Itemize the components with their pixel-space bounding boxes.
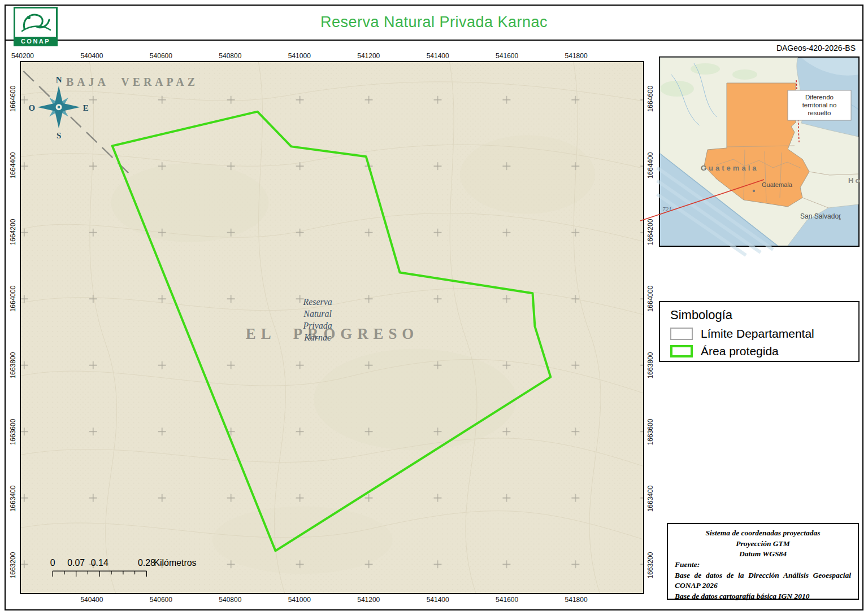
grid-label-top: 540400 [80, 52, 103, 60]
credits-source-line-2: Base de datos cartografía básica IGN 201… [675, 591, 851, 602]
inset-map-canvas: Guatemala Guatemala San Salvador Ho 721 … [660, 58, 858, 246]
legend-swatch-departmental [670, 328, 693, 340]
grid-label-bottom: 541400 [427, 596, 449, 604]
scale-unit-label: Kilómetros [154, 558, 196, 568]
grid-label-left: 1664600 [9, 86, 17, 112]
grid-label-left: 1663600 [9, 419, 17, 446]
grid-label-right: 1663400 [646, 486, 654, 512]
legend-box: Simbología Límite Departamental Área pro… [659, 301, 860, 362]
grid-label-right: 1663200 [646, 552, 654, 579]
svg-text:Natural: Natural [303, 309, 332, 319]
grid-label-bottom: 540600 [150, 596, 172, 604]
inset-grid-ref-label: 721 [662, 206, 672, 212]
grid-label-bottom: 541600 [496, 596, 518, 604]
inset-locator-map: Guatemala Guatemala San Salvador Ho 721 … [659, 56, 860, 247]
credits-projection: Proyección GTM [675, 539, 851, 549]
credits-source-line-1: Base de datos de la Dirección Análisis G… [675, 570, 851, 591]
svg-text:territorial no: territorial no [802, 102, 837, 108]
grid-label-bottom: 541200 [357, 596, 380, 604]
grid-label-top: 541800 [565, 52, 588, 60]
inset-capital-label: Guatemala [762, 181, 793, 188]
grid-label-top: 541600 [496, 52, 518, 60]
legend-swatch-protected [670, 345, 693, 357]
grid-label-top: 540600 [150, 52, 172, 60]
grid-label-left: 1664000 [9, 286, 17, 312]
svg-text:Karnac: Karnac [303, 333, 331, 342]
compass-east-label: E [83, 103, 89, 112]
grid-label-left: 1663800 [9, 352, 17, 379]
grid-label-top: 540200 [11, 52, 34, 60]
guatemala-city-dot [753, 190, 755, 192]
scale-tick-3: 0.28 [138, 558, 155, 568]
department-label-el-progreso: EL PROGRESO [246, 325, 419, 342]
grid-label-right: 1663800 [646, 352, 654, 379]
grid-label-top: 541000 [288, 52, 311, 60]
compass-west-label: O [28, 103, 35, 112]
scale-tick-1: 0.07 [67, 558, 85, 568]
grid-label-top: 541200 [357, 52, 380, 60]
compass-north-label: N [56, 75, 62, 84]
grid-label-right: 1664400 [646, 152, 654, 179]
grid-label-bottom: 540800 [219, 596, 241, 604]
grid-label-left: 1664200 [9, 219, 17, 246]
scale-tick-0: 0 [50, 558, 55, 568]
conap-logo: CONAP [14, 7, 58, 46]
svg-text:Diferendo: Diferendo [805, 94, 834, 101]
grid-label-right: 1664600 [646, 86, 654, 112]
department-label-baja-verapaz: BAJA VERAPAZ [66, 76, 198, 88]
header-divider [5, 40, 863, 41]
map-sheet: CONAP Reserva Natural Privada Karnac DAG… [0, 0, 868, 615]
page-title: Reserva Natural Privada Karnac [0, 14, 868, 31]
svg-text:resuelto: resuelto [808, 110, 831, 116]
document-code: DAGeos-420-2026-BS [776, 43, 856, 53]
grid-label-top: 541400 [427, 52, 449, 60]
disputed-territory-callout: Diferendo territorial no resuelto [788, 90, 851, 120]
credits-datum: Datum WGS84 [675, 549, 851, 560]
legend-item-departmental: Límite Departamental [670, 327, 848, 341]
inset-country-label: Guatemala [701, 164, 758, 172]
grid-label-top: 540800 [219, 52, 241, 60]
grid-label-left: 1663200 [9, 552, 17, 579]
inset-honduras-label: Ho [848, 176, 861, 185]
grid-label-bottom: 541000 [288, 596, 311, 604]
credits-source-label: Fuente: [675, 560, 851, 570]
grid-label-right: 1664200 [646, 219, 654, 246]
legend-title: Simbología [670, 308, 848, 322]
grid-label-left: 1663400 [9, 486, 17, 512]
legend-item-protected: Área protegida [670, 344, 848, 358]
grid-label-left: 1664400 [9, 152, 17, 179]
grid-label-right: 1664000 [646, 286, 654, 312]
compass-south-label: S [57, 131, 61, 140]
scale-tick-2: 0.14 [91, 558, 108, 568]
credits-box: Sistema de coordenadas proyectadas Proye… [667, 523, 859, 600]
grid-label-bottom: 540400 [80, 596, 103, 604]
legend-label-protected: Área protegida [701, 344, 779, 358]
credits-coord-system: Sistema de coordenadas proyectadas [675, 528, 851, 539]
svg-text:Reserva: Reserva [302, 297, 332, 307]
conap-logo-text: CONAP [15, 37, 56, 46]
inset-san-salvador-label: San Salvador [800, 212, 841, 220]
conap-logo-art-icon [15, 8, 56, 37]
main-map: BAJA VERAPAZ EL PROGRESO Reserva Natural… [21, 62, 643, 593]
main-map-frame: BAJA VERAPAZ EL PROGRESO Reserva Natural… [20, 61, 644, 594]
grid-label-bottom: 541800 [565, 596, 588, 604]
svg-text:Privada: Privada [302, 321, 332, 330]
legend-label-departamental: Límite Departamental [701, 327, 814, 341]
grid-label-right: 1663600 [646, 419, 654, 446]
